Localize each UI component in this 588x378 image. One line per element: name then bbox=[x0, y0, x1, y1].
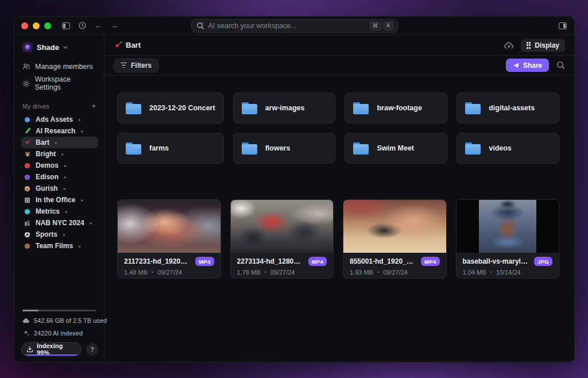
chevron-right-icon: ▸ bbox=[79, 244, 81, 249]
sidebar-drive-item-sports[interactable]: Sports▸ bbox=[21, 229, 98, 240]
sidebar-drive-item-edison[interactable]: Edison▸ bbox=[21, 171, 98, 183]
indexing-tray-icon bbox=[26, 346, 33, 353]
drive-content: 2023-12-20 Concertarw-imagesbraw-footage… bbox=[105, 75, 574, 362]
filter-icon bbox=[121, 63, 127, 68]
folder-card-farms[interactable]: farms bbox=[117, 133, 224, 164]
folder-name: videos bbox=[489, 144, 512, 152]
breadcrumb[interactable]: Bart bbox=[114, 41, 141, 49]
help-button[interactable]: ? bbox=[86, 343, 98, 356]
folder-card-swim-meet[interactable]: Swim Meet bbox=[345, 133, 447, 164]
sidebar-drive-item-gurish[interactable]: Gurish▸ bbox=[21, 183, 98, 194]
sidebar-drive-item-nab-nyc-2024[interactable]: NAB NYC 2024▸ bbox=[21, 217, 98, 229]
folder-icon bbox=[353, 142, 369, 155]
app-window: ← → AI search your workspace... ⌘ K Shad… bbox=[14, 16, 575, 362]
display-button[interactable]: Display bbox=[521, 39, 565, 52]
workspace-switcher[interactable]: Shade bbox=[22, 42, 98, 52]
breadcrumb-label: Bart bbox=[126, 41, 141, 49]
files-grid: 2117231-hd_1920_1080_24fp...MP41.48 MB•0… bbox=[117, 199, 559, 279]
folder-card-2023-12-20-concert[interactable]: 2023-12-20 Concert bbox=[117, 92, 224, 124]
sidebar-drive-item-team-films[interactable]: Team Films▸ bbox=[21, 240, 98, 252]
portrait-photo bbox=[479, 200, 536, 253]
ai-indexed: 24220 AI indexed bbox=[22, 330, 98, 337]
chevron-down-icon bbox=[63, 46, 68, 49]
sidebar-drive-item-ads-assets[interactable]: Ads Assets▸ bbox=[21, 114, 98, 125]
sidebar-item-workspace-settings[interactable]: Workspace Settings bbox=[21, 73, 98, 94]
folder-name: Swim Meet bbox=[377, 144, 414, 152]
recents-clock-icon[interactable] bbox=[78, 21, 87, 30]
folder-card-digital-assets[interactable]: digital-assets bbox=[457, 92, 559, 124]
titlebar: ← → AI search your workspace... ⌘ K bbox=[14, 17, 574, 35]
file-date: 10/14/24 bbox=[496, 269, 521, 276]
folder-icon bbox=[465, 102, 481, 114]
file-card-2117231-hd-1920-1080-24fp[interactable]: 2117231-hd_1920_1080_24fp...MP41.48 MB•0… bbox=[117, 199, 221, 279]
search-in-drive-icon[interactable] bbox=[556, 61, 565, 70]
drive-label: Bright bbox=[36, 150, 56, 158]
chevron-right-icon: ▸ bbox=[55, 140, 57, 145]
close-window-button[interactable] bbox=[21, 22, 28, 29]
my-drives-title: My drives bbox=[22, 103, 49, 110]
filters-button[interactable]: Filters bbox=[114, 59, 158, 72]
sidebar-drive-item-metrics[interactable]: Metrics▸ bbox=[21, 206, 98, 217]
chevron-right-icon: ▸ bbox=[61, 152, 64, 157]
sidebar-toggle-icon[interactable] bbox=[61, 21, 71, 30]
file-details: 1.93 MB•09/27/24 bbox=[350, 269, 440, 276]
file-card-855001-hd-1920-1080-24fp[interactable]: 855001-hd_1920_1080_24fp...MP41.93 MB•09… bbox=[343, 199, 447, 279]
soccer-ball-icon bbox=[24, 231, 31, 238]
ai-sparkle-icon bbox=[22, 330, 30, 337]
folder-name: farms bbox=[149, 144, 169, 152]
drive-label: Ads Assets bbox=[36, 115, 73, 124]
minimize-window-button[interactable] bbox=[33, 22, 40, 29]
sidebar-drive-item-demos[interactable]: Demos▸ bbox=[21, 160, 98, 171]
search-shortcut: ⌘ K bbox=[370, 21, 394, 30]
add-drive-button[interactable]: + bbox=[91, 102, 97, 110]
file-meta: 855001-hd_1920_1080_24fp...MP41.93 MB•09… bbox=[343, 253, 446, 276]
share-button[interactable]: Share bbox=[506, 59, 549, 72]
city-icon bbox=[24, 219, 31, 227]
ai-search-input[interactable]: AI search your workspace... ⌘ K bbox=[191, 19, 398, 33]
storage-progress-fill bbox=[22, 310, 38, 311]
file-details: 1.78 MB•09/27/24 bbox=[237, 269, 327, 276]
folder-icon bbox=[126, 142, 141, 155]
sidebar-drive-item-bright[interactable]: Bright▸ bbox=[21, 148, 98, 160]
filters-label: Filters bbox=[131, 61, 152, 70]
sidebar-drive-item-bart[interactable]: Bart▸ bbox=[21, 137, 98, 148]
folder-card-braw-footage[interactable]: braw-footage bbox=[345, 92, 447, 124]
drives-list: Ads Assets▸AI Research▸Bart▸Bright▸Demos… bbox=[21, 114, 98, 252]
drive-label: NAB NYC 2024 bbox=[36, 219, 84, 227]
file-meta: baseball-vs-maryland-27218...JPG1.04 MB•… bbox=[457, 253, 559, 276]
sidebar-item-manage-members[interactable]: Manage members bbox=[21, 60, 98, 73]
forward-icon[interactable]: → bbox=[110, 21, 119, 30]
folder-name: flowers bbox=[265, 144, 291, 152]
indexing-status-button[interactable]: Indexing 99% bbox=[21, 342, 82, 356]
folder-name: braw-footage bbox=[377, 104, 421, 112]
folder-icon bbox=[126, 102, 141, 114]
file-meta: 2273134-hd_1280_720_30fp...MP41.78 MB•09… bbox=[231, 253, 334, 276]
zoom-window-button[interactable] bbox=[44, 22, 51, 29]
folder-card-arw-images[interactable]: arw-images bbox=[233, 92, 336, 124]
back-icon[interactable]: ← bbox=[94, 21, 103, 30]
folder-card-flowers[interactable]: flowers bbox=[233, 133, 336, 164]
guitar-icon bbox=[24, 139, 31, 146]
file-thumbnail bbox=[118, 200, 220, 253]
dot-separator: • bbox=[264, 269, 266, 275]
indexing-progress-fill bbox=[22, 354, 80, 356]
folder-name: arw-images bbox=[265, 104, 305, 112]
folder-icon bbox=[353, 102, 369, 114]
sidebar-drive-item-in-the-office[interactable]: In the Office▸ bbox=[21, 194, 98, 206]
k-keycap: K bbox=[384, 21, 394, 30]
file-card-2273134-hd-1280-720-30fp[interactable]: 2273134-hd_1280_720_30fp...MP41.78 MB•09… bbox=[230, 199, 334, 279]
dot-separator: • bbox=[377, 269, 379, 275]
sidebar-drive-item-ai-research[interactable]: AI Research▸ bbox=[21, 125, 98, 137]
right-panel-toggle-icon[interactable] bbox=[558, 21, 567, 30]
search-placeholder: AI search your workspace... bbox=[208, 22, 366, 30]
file-card-baseball-vs-maryland-27218[interactable]: baseball-vs-maryland-27218...JPG1.04 MB•… bbox=[456, 199, 560, 279]
cloud-sync-icon[interactable] bbox=[504, 41, 514, 49]
workspace-avatar bbox=[22, 42, 33, 52]
folder-card-videos[interactable]: videos bbox=[457, 133, 559, 164]
paper-plane-icon bbox=[513, 62, 520, 69]
drive-label: Edison bbox=[36, 173, 59, 181]
chevron-right-icon: ▸ bbox=[64, 186, 66, 191]
file-size: 1.93 MB bbox=[350, 269, 373, 276]
file-name: 2273134-hd_1280_720_30fp... bbox=[237, 257, 304, 265]
folder-name: 2023-12-20 Concert bbox=[149, 104, 215, 112]
